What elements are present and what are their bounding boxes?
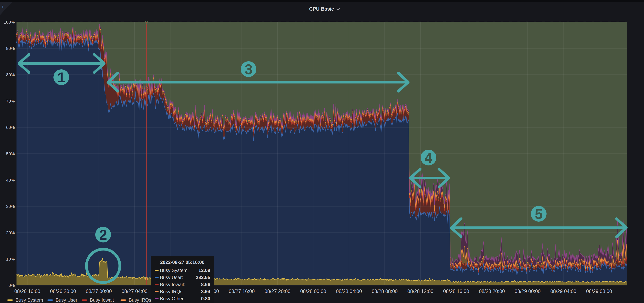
svg-text:08/27 00:00: 08/27 00:00 <box>86 288 112 294</box>
svg-text:08/29 08:00: 08/29 08:00 <box>586 288 612 294</box>
svg-text:Busy System:: Busy System: <box>160 268 189 273</box>
svg-text:08/28 20:00: 08/28 20:00 <box>479 288 505 294</box>
svg-text:12.09: 12.09 <box>198 268 210 273</box>
svg-text:40%: 40% <box>6 178 15 182</box>
svg-text:70%: 70% <box>6 99 15 104</box>
svg-text:Busy User:: Busy User: <box>160 275 183 280</box>
svg-text:2022-08-27 05:16:00: 2022-08-27 05:16:00 <box>160 260 204 265</box>
svg-text:08/28 16:00: 08/28 16:00 <box>443 288 469 294</box>
svg-text:08/26 16:00: 08/26 16:00 <box>14 288 40 294</box>
svg-text:08/27 20:00: 08/27 20:00 <box>264 288 290 294</box>
svg-text:80%: 80% <box>6 72 15 77</box>
svg-text:08/28 12:00: 08/28 12:00 <box>408 288 434 294</box>
svg-text:08/27 16:00: 08/27 16:00 <box>229 288 254 294</box>
svg-text:Busy Iowait:: Busy Iowait: <box>160 282 185 287</box>
svg-text:08/26 20:00: 08/26 20:00 <box>50 288 76 294</box>
svg-text:0.80: 0.80 <box>201 296 210 301</box>
svg-text:283.55: 283.55 <box>196 275 210 280</box>
svg-text:08/29 00:00: 08/29 00:00 <box>515 288 541 294</box>
svg-text:2: 2 <box>99 227 107 243</box>
svg-text:08/28 00:00: 08/28 00:00 <box>300 288 326 294</box>
svg-text:08/29 04:00: 08/29 04:00 <box>550 288 576 294</box>
svg-text:1: 1 <box>57 70 65 85</box>
svg-text:08/28 04:00: 08/28 04:00 <box>336 288 362 294</box>
svg-text:Busy Other:: Busy Other: <box>160 296 185 301</box>
svg-text:08/28 08:00: 08/28 08:00 <box>372 288 398 294</box>
svg-text:0%: 0% <box>8 283 15 288</box>
svg-text:50%: 50% <box>6 151 15 156</box>
svg-text:60%: 60% <box>6 125 15 130</box>
svg-text:Busy Iowait: Busy Iowait <box>90 297 114 302</box>
svg-text:3: 3 <box>244 62 252 77</box>
svg-text:Busy User: Busy User <box>56 297 78 302</box>
svg-text:20%: 20% <box>6 230 15 235</box>
svg-text:i: i <box>2 4 4 9</box>
svg-text:CPU Basic: CPU Basic <box>309 6 334 12</box>
svg-text:Busy IRQs:: Busy IRQs: <box>160 289 184 294</box>
svg-text:10%: 10% <box>6 257 15 262</box>
svg-text:3.94: 3.94 <box>201 289 210 294</box>
svg-text:100%: 100% <box>4 20 15 24</box>
svg-text:08/27 04:00: 08/27 04:00 <box>122 288 148 294</box>
svg-text:4: 4 <box>424 150 432 166</box>
svg-text:90%: 90% <box>6 46 15 51</box>
svg-text:Busy IRQs: Busy IRQs <box>129 297 151 302</box>
svg-text:8.66: 8.66 <box>201 282 210 287</box>
svg-text:Busy System: Busy System <box>16 297 43 302</box>
svg-text:30%: 30% <box>6 204 15 209</box>
svg-text:5: 5 <box>535 206 543 222</box>
